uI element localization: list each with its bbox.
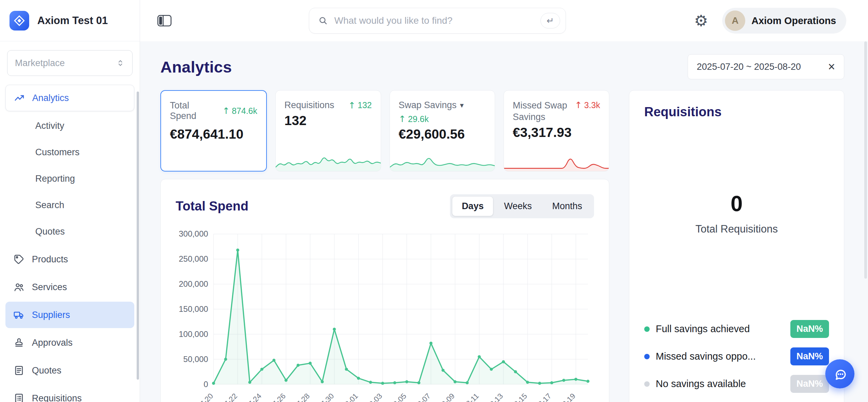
chat-widget-button[interactable] bbox=[825, 359, 854, 388]
sidebar-item-services[interactable]: Services bbox=[5, 274, 134, 300]
swap-savings-sparkline bbox=[390, 154, 495, 171]
sidebar-header: Axiom Test 01 bbox=[0, 0, 140, 41]
workspace-select[interactable]: Marketplace bbox=[7, 50, 133, 76]
settings-gear-icon[interactable]: ⚙ bbox=[694, 13, 708, 28]
main-area: ↵ ⚙ A Axiom Operations Analytics 2025-07… bbox=[140, 0, 868, 402]
search-input[interactable] bbox=[334, 15, 534, 26]
date-range-picker[interactable]: 2025-07-20 ~ 2025-08-20 × bbox=[688, 54, 844, 79]
stat-delta: ↑ 132 bbox=[348, 100, 372, 110]
requisitions-panel: Requisitions 0 Total Requisitions Full s… bbox=[629, 90, 844, 402]
page-header: Analytics 2025-07-20 ~ 2025-08-20 × bbox=[160, 52, 844, 82]
search-icon bbox=[318, 16, 328, 26]
sidebar-item-label: Requisitions bbox=[32, 393, 82, 402]
stat-delta: ↑ 29.6k bbox=[399, 114, 486, 124]
sidebar-subitem-activity[interactable]: Activity bbox=[0, 113, 140, 139]
document-icon bbox=[14, 365, 24, 376]
chart-title: Total Spend bbox=[176, 199, 249, 214]
tab-months[interactable]: Months bbox=[542, 197, 592, 216]
sidebar-subitem-search[interactable]: Search bbox=[0, 192, 140, 218]
svg-text:250,000: 250,000 bbox=[179, 254, 208, 263]
requisitions-panel-title: Requisitions bbox=[644, 105, 829, 119]
legend-badge: NaN% bbox=[790, 320, 829, 338]
tag-icon bbox=[14, 254, 24, 265]
arrow-up-icon: ↑ bbox=[222, 106, 230, 116]
analytics-left-column: Total Spend ↑ 874.6k €874,641.10 Requisi… bbox=[160, 90, 609, 402]
subitem-label: Customers bbox=[35, 147, 80, 158]
user-menu[interactable]: A Axiom Operations bbox=[722, 8, 846, 34]
subitem-label: Quotes bbox=[35, 226, 65, 237]
sidebar-item-products[interactable]: Products bbox=[5, 246, 134, 273]
subitem-label: Activity bbox=[35, 121, 64, 131]
svg-text:150,000: 150,000 bbox=[179, 304, 208, 314]
chart-period-tabs: Days Weeks Months bbox=[450, 194, 594, 218]
date-range-value: 2025-07-20 ~ 2025-08-20 bbox=[697, 62, 801, 72]
analytics-right-column: Requisitions 0 Total Requisitions Full s… bbox=[629, 90, 844, 402]
requisitions-sparkline bbox=[276, 154, 381, 171]
sidebar-item-label: Analytics bbox=[32, 93, 69, 103]
sidebar-item-approvals[interactable]: Approvals bbox=[5, 329, 134, 356]
stat-label: Total Spend bbox=[170, 100, 217, 121]
svg-text:200,000: 200,000 bbox=[179, 279, 208, 288]
page-content: Analytics 2025-07-20 ~ 2025-08-20 × Tota… bbox=[140, 41, 868, 402]
sidebar-item-requisitions[interactable]: Requisitions bbox=[5, 385, 134, 402]
list-document-icon bbox=[14, 393, 24, 402]
sidebar-item-label: Quotes bbox=[32, 365, 61, 376]
sidebar-scrollbar[interactable] bbox=[137, 92, 139, 380]
sidebar-subitem-quotes[interactable]: Quotes bbox=[0, 218, 140, 245]
arrow-up-icon: ↑ bbox=[575, 100, 582, 110]
sidebar-subitem-reporting[interactable]: Reporting bbox=[0, 165, 140, 192]
subitem-label: Search bbox=[35, 200, 64, 210]
missed-swap-savings-sparkline bbox=[504, 154, 609, 171]
stat-card-missed-swap-savings[interactable]: Missed Swap Savings ↑ 3.3k €3,317.93 bbox=[504, 90, 609, 172]
legend-dot-gray bbox=[644, 381, 650, 387]
sidebar: Axiom Test 01 Marketplace Analytics Acti… bbox=[0, 0, 140, 402]
workspace-select-value: Marketplace bbox=[15, 58, 65, 68]
tab-days[interactable]: Days bbox=[452, 197, 493, 216]
legend-dot-blue bbox=[644, 354, 650, 359]
svg-text:300,000: 300,000 bbox=[179, 229, 208, 238]
global-search[interactable]: ↵ bbox=[309, 8, 566, 34]
stat-value: €3,317.93 bbox=[513, 125, 600, 140]
user-name: Axiom Operations bbox=[751, 15, 836, 26]
sidebar-item-label: Approvals bbox=[32, 338, 73, 348]
stat-card-swap-savings[interactable]: Swap Savings ▾ ↑ 29.6k €29,600.56 bbox=[390, 90, 495, 172]
stat-value: €874,641.10 bbox=[170, 127, 257, 142]
sidebar-item-analytics[interactable]: Analytics bbox=[5, 85, 134, 111]
analytics-icon bbox=[14, 93, 25, 103]
legend-badge: NaN% bbox=[790, 375, 829, 393]
clear-date-icon[interactable]: × bbox=[828, 61, 835, 73]
savings-legend: Full savings achieved NaN% Missed saving… bbox=[644, 320, 829, 393]
stat-card-total-spend[interactable]: Total Spend ↑ 874.6k €874,641.10 bbox=[160, 90, 267, 172]
enter-key-icon: ↵ bbox=[540, 13, 560, 28]
stat-label: Swap Savings bbox=[399, 100, 457, 110]
topbar: ↵ ⚙ A Axiom Operations bbox=[140, 0, 868, 41]
truck-icon bbox=[14, 309, 24, 320]
topbar-right: ⚙ A Axiom Operations bbox=[694, 8, 846, 34]
legend-row-full-savings: Full savings achieved NaN% bbox=[644, 320, 829, 338]
legend-label: Full savings achieved bbox=[656, 323, 750, 335]
tab-weeks[interactable]: Weeks bbox=[494, 197, 541, 216]
legend-row-missed-savings: Missed savings oppo... NaN% bbox=[644, 347, 829, 365]
page-scrollbar[interactable] bbox=[864, 41, 867, 279]
sidebar-subitem-customers[interactable]: Customers bbox=[0, 139, 140, 165]
legend-label: Missed savings oppo... bbox=[656, 351, 756, 362]
sidebar-nav: Analytics Activity Customers Reporting S… bbox=[0, 79, 140, 402]
chevron-down-icon[interactable]: ▾ bbox=[460, 101, 464, 109]
select-stepper-icon bbox=[116, 59, 125, 67]
app-logo-icon[interactable] bbox=[9, 11, 29, 31]
arrow-up-icon: ↑ bbox=[399, 114, 406, 124]
legend-label: No savings available bbox=[656, 378, 746, 389]
stat-cards-row: Total Spend ↑ 874.6k €874,641.10 Requisi… bbox=[160, 90, 609, 172]
page-title: Analytics bbox=[160, 58, 232, 76]
svg-text:50,000: 50,000 bbox=[183, 355, 208, 364]
sidebar-item-suppliers[interactable]: Suppliers bbox=[5, 302, 134, 328]
legend-dot-green bbox=[644, 326, 650, 332]
stat-delta: ↑ 3.3k bbox=[575, 100, 600, 110]
stat-label: Requisitions bbox=[284, 100, 334, 110]
sidebar-item-quotes[interactable]: Quotes bbox=[5, 357, 134, 384]
legend-row-no-savings: No savings available NaN% bbox=[644, 375, 829, 393]
svg-text:2025-07-20: 2025-07-20 bbox=[182, 392, 215, 402]
stat-card-requisitions[interactable]: Requisitions ↑ 132 132 bbox=[275, 90, 381, 172]
sidebar-collapse-icon[interactable] bbox=[157, 13, 173, 28]
svg-text:100,000: 100,000 bbox=[179, 329, 208, 339]
